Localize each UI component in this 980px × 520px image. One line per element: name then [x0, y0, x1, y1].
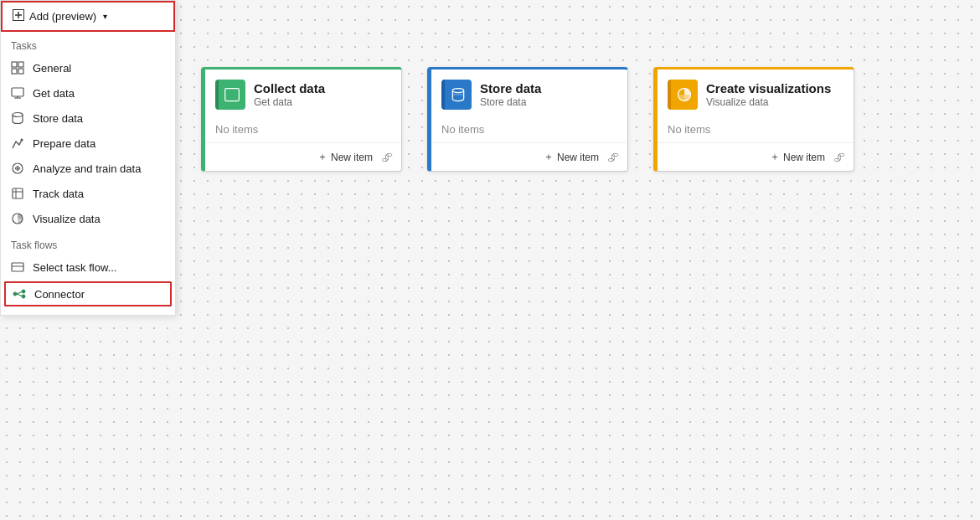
dropdown-panel: Add (preview) ▾ Tasks General Get data — [0, 0, 176, 316]
card-store-data-header: Store data Store data — [431, 70, 627, 120]
card-store-data: Store data Store data No items ＋ New ite… — [427, 67, 628, 172]
svg-point-21 — [22, 290, 25, 293]
svg-rect-7 — [12, 88, 23, 96]
chevron-down-icon: ▾ — [103, 12, 107, 21]
menu-item-connector-label: Connector — [34, 288, 85, 301]
card-store-data-title: Store data — [480, 81, 541, 95]
menu-item-visualize-data-label: Visualize data — [33, 213, 101, 225]
svg-rect-6 — [18, 69, 23, 74]
svg-line-24 — [17, 294, 22, 296]
menu-item-prepare-data-label: Prepare data — [33, 137, 95, 150]
card-create-visualizations-body: No items — [658, 120, 854, 142]
card-collect-data: Collect data Get data No items ＋ New ite… — [201, 67, 402, 172]
menu-item-select-task-flow[interactable]: Select task flow... — [1, 255, 175, 280]
menu-item-store-data-label: Store data — [33, 112, 83, 125]
general-icon — [11, 61, 24, 75]
card-collect-data-title: Collect data — [254, 81, 325, 95]
card-store-data-subtitle: Store data — [480, 96, 541, 108]
new-item-label: New item — [331, 152, 373, 163]
card-create-visualizations-subtitle: Visualize data — [706, 96, 831, 108]
menu-item-track-data[interactable]: Track data — [1, 181, 175, 206]
menu-item-analyze-train-label: Analyze and train data — [33, 162, 141, 175]
svg-line-23 — [17, 292, 22, 295]
menu-item-get-data-label: Get data — [33, 87, 75, 100]
card-store-data-text: Store data Store data — [480, 81, 541, 108]
attach-icon-vis[interactable]: 🖇 — [833, 151, 845, 164]
card-collect-data-subtitle: Get data — [254, 96, 325, 108]
svg-point-13 — [17, 167, 19, 170]
menu-item-select-task-flow-label: Select task flow... — [33, 261, 116, 274]
analyze-icon — [11, 162, 24, 175]
tasks-section-label: Tasks — [1, 32, 175, 55]
card-collect-data-text: Collect data Get data — [254, 81, 325, 108]
prepare-data-icon — [11, 136, 24, 150]
svg-rect-3 — [12, 62, 17, 67]
connector-icon — [13, 287, 26, 301]
visualize-data-icon — [11, 212, 24, 225]
plus-new-item-icon-store: ＋ — [544, 150, 554, 164]
track-data-icon — [11, 187, 24, 200]
task-flows-section-label: Task flows — [1, 231, 175, 255]
add-preview-button[interactable]: Add (preview) ▾ — [1, 1, 175, 32]
new-item-label-vis: New item — [783, 152, 825, 163]
card-store-data-icon-box — [441, 80, 472, 110]
get-data-icon — [11, 86, 24, 100]
card-store-data-footer: ＋ New item 🖇 — [431, 142, 627, 171]
card-collect-data-header: Collect data Get data — [205, 70, 401, 120]
card-create-visualizations-header: Create visualizations Visualize data — [658, 70, 854, 120]
menu-item-prepare-data[interactable]: Prepare data — [1, 131, 175, 156]
attach-icon-store[interactable]: 🖇 — [607, 151, 619, 164]
card-create-visualizations-icon-box — [668, 80, 698, 110]
svg-rect-18 — [12, 263, 23, 271]
card-store-data-no-items: No items — [441, 123, 484, 136]
new-item-label-store: New item — [557, 152, 599, 163]
svg-rect-4 — [12, 69, 17, 74]
svg-rect-5 — [18, 62, 23, 67]
card-create-visualizations-text: Create visualizations Visualize data — [706, 81, 831, 108]
svg-point-10 — [13, 113, 23, 117]
svg-point-11 — [21, 139, 23, 142]
card-collect-data-no-items: No items — [215, 123, 258, 136]
card-create-visualizations-no-items: No items — [668, 123, 710, 136]
menu-item-visualize-data[interactable]: Visualize data — [1, 206, 175, 231]
svg-point-20 — [13, 292, 17, 296]
card-store-data-body: No items — [431, 120, 627, 142]
menu-item-general[interactable]: General — [1, 55, 175, 80]
card-create-visualizations-title: Create visualizations — [706, 81, 831, 95]
card-create-visualizations: Create visualizations Visualize data No … — [653, 67, 854, 172]
menu-item-store-data[interactable]: Store data — [1, 106, 175, 131]
card-store-data-new-item-button[interactable]: ＋ New item — [540, 148, 602, 166]
card-create-visualizations-footer: ＋ New item 🖇 — [658, 142, 854, 171]
menu-item-connector[interactable]: Connector — [4, 281, 172, 306]
plus-new-item-icon: ＋ — [317, 150, 328, 164]
svg-point-22 — [22, 295, 25, 298]
attach-icon-collect[interactable]: 🖇 — [381, 151, 393, 164]
svg-rect-14 — [13, 188, 23, 198]
cards-area: Collect data Get data No items ＋ New ite… — [184, 50, 972, 188]
select-task-flow-icon — [11, 260, 24, 274]
plus-new-item-icon-vis: ＋ — [770, 150, 780, 164]
svg-point-26 — [452, 89, 463, 93]
card-collect-data-footer: ＋ New item 🖇 — [205, 142, 401, 171]
plus-icon — [13, 9, 24, 23]
store-data-icon — [11, 111, 24, 125]
menu-item-analyze-train[interactable]: Analyze and train data — [1, 156, 175, 181]
card-create-visualizations-new-item-button[interactable]: ＋ New item — [766, 148, 828, 166]
svg-rect-25 — [225, 89, 240, 101]
menu-item-track-data-label: Track data — [33, 188, 84, 200]
card-collect-data-body: No items — [205, 120, 401, 142]
card-collect-data-new-item-button[interactable]: ＋ New item — [314, 148, 376, 166]
card-collect-data-icon-box — [215, 80, 245, 110]
menu-item-get-data[interactable]: Get data — [1, 80, 175, 106]
menu-item-general-label: General — [33, 62, 71, 75]
add-button-label: Add (preview) — [29, 10, 96, 23]
